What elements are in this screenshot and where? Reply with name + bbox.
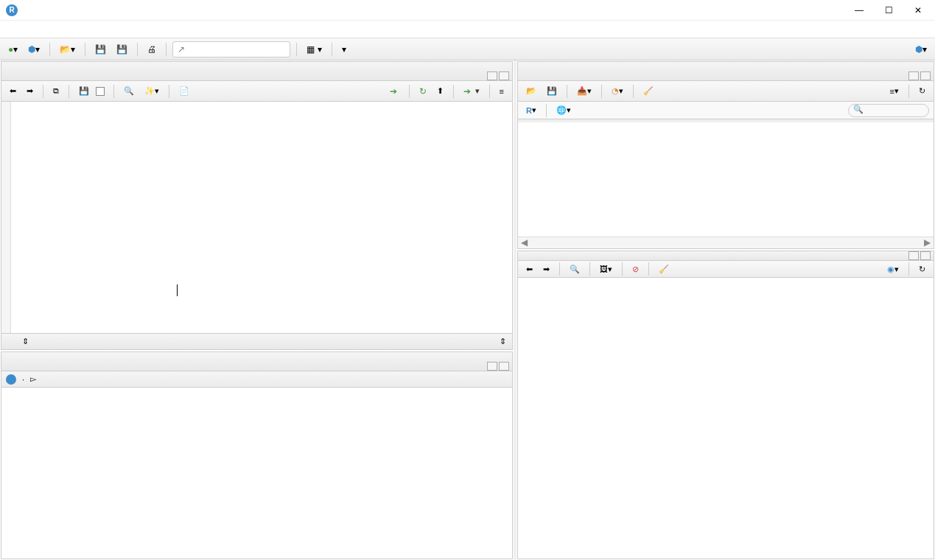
rerun-button[interactable]: ↻ — [416, 83, 430, 99]
pane-max-icon[interactable] — [499, 71, 509, 80]
outline-button[interactable]: ≡ — [496, 83, 508, 99]
goto-file-input[interactable]: ↗ — [172, 41, 290, 57]
plots-tabs — [518, 251, 934, 261]
environment-scope-bar: R ▾ 🌐 ▾ 🔍 — [518, 102, 934, 119]
new-project-button[interactable]: ⬢▾ — [24, 41, 43, 57]
pane-min-icon[interactable] — [908, 251, 919, 260]
env-search-input[interactable]: 🔍 — [848, 104, 929, 117]
console-output[interactable] — [1, 388, 512, 559]
find-button[interactable]: 🔍 — [120, 83, 138, 99]
import-dataset-button[interactable]: 📥 ▾ — [573, 83, 595, 99]
new-file-button[interactable]: ●▾ — [4, 41, 21, 57]
back-button[interactable]: ⬅ — [6, 83, 20, 99]
close-button[interactable]: ✕ — [907, 3, 929, 18]
plot-next-button[interactable]: ➡ — [539, 261, 553, 277]
export-button[interactable]: 🖼 ▾ — [596, 261, 616, 277]
env-scrollbar[interactable]: ◀▶ — [518, 237, 934, 248]
scope-indicator[interactable]: ⇕ — [22, 337, 29, 346]
project-button[interactable]: ⬢ ▾ — [911, 41, 931, 57]
main-toolbar: ●▾ ⬢▾ 📂▾ 💾 💾 🖨 ↗ ▦ ▾ ▾ ⬢ ▾ — [0, 38, 935, 60]
environment-toolbar: 📂 💾 📥 ▾ ◔ ▾ 🧹 ≡ ▾ ↻ — [518, 81, 934, 102]
source-on-save-checkbox[interactable] — [96, 87, 105, 96]
minimize-button[interactable]: — — [848, 3, 870, 18]
up-button[interactable]: ⬆ — [433, 83, 447, 99]
plots-toolbar: ⬅ ➡ 🔍 🖼 ▾ ⊘ 🧹 ◉ ▾ ↻ — [518, 261, 934, 278]
lang-select[interactable]: R ▾ — [522, 102, 540, 119]
main-menubar — [0, 21, 935, 38]
lang-indicator[interactable]: ⇕ — [500, 337, 506, 346]
pane-min-icon[interactable] — [487, 362, 497, 371]
window-titlebar: R — ☐ ✕ — [0, 0, 935, 21]
r-logo-icon — [6, 374, 16, 385]
goto-icon: ↗ — [178, 44, 185, 55]
open-file-button[interactable]: 📂▾ — [56, 41, 79, 57]
load-workspace-button[interactable]: 📂 — [522, 83, 540, 99]
console-tabs — [1, 352, 512, 371]
wd-popup-icon[interactable]: ▻ — [30, 374, 36, 384]
save-all-button[interactable]: 💾 — [113, 41, 131, 57]
environment-body — [518, 119, 934, 237]
memory-indicator[interactable]: ◔ ▾ — [608, 83, 627, 99]
editor-statusbar: ⇕ ⇕ — [1, 333, 512, 349]
run-button[interactable]: ➔ — [386, 83, 403, 99]
pane-min-icon[interactable] — [908, 71, 919, 80]
save-editor-button[interactable]: 💾 — [75, 83, 93, 99]
show-in-new-window-button[interactable]: ⧉ — [49, 83, 63, 99]
view-mode-button[interactable]: ≡ ▾ — [886, 83, 903, 99]
wand-button[interactable]: ✨▾ — [141, 83, 163, 99]
editor-tabs — [1, 62, 512, 81]
print-button[interactable]: 🖨 — [144, 41, 160, 57]
clear-workspace-button[interactable]: 🧹 — [640, 83, 657, 99]
text-cursor — [177, 284, 178, 296]
pane-max-icon[interactable] — [920, 251, 931, 260]
refresh-env-button[interactable]: ↻ — [915, 83, 929, 99]
pane-max-icon[interactable] — [920, 71, 931, 80]
pane-max-icon[interactable] — [499, 362, 509, 371]
env-section-data — [518, 119, 934, 122]
editor-toolbar: ⬅ ➡ ⧉ 💾 🔍 ✨▾ 📄 ➔ ↻ ⬆ ➔ ▾ — [1, 81, 512, 102]
scope-select[interactable]: 🌐 ▾ — [553, 102, 575, 119]
notebook-button[interactable]: 📄 — [175, 83, 193, 99]
code-editor[interactable] — [1, 102, 512, 333]
forward-button[interactable]: ➡ — [23, 83, 37, 99]
clear-plots-button[interactable]: 🧹 — [655, 261, 673, 277]
maximize-button[interactable]: ☐ — [878, 3, 900, 18]
rstudio-logo-icon: R — [6, 4, 18, 16]
refresh-plot-button[interactable]: ↻ — [915, 261, 929, 277]
save-button[interactable]: 💾 — [91, 41, 110, 57]
publish-button[interactable]: ◉ ▾ — [883, 261, 903, 277]
grid-button[interactable]: ▦ ▾ — [303, 41, 325, 57]
environment-tabs — [518, 62, 934, 81]
save-workspace-button[interactable]: 💾 — [543, 83, 561, 99]
source-button[interactable]: ➔ ▾ — [460, 83, 483, 99]
console-header: · ▻ — [1, 371, 512, 388]
plot-area — [518, 278, 934, 559]
plot-prev-button[interactable]: ⬅ — [522, 261, 536, 277]
zoom-button[interactable]: 🔍 — [566, 261, 584, 277]
remove-plot-button[interactable]: ⊘ — [628, 261, 642, 277]
addins-button[interactable]: ▾ — [338, 41, 350, 57]
pane-min-icon[interactable] — [487, 71, 497, 80]
